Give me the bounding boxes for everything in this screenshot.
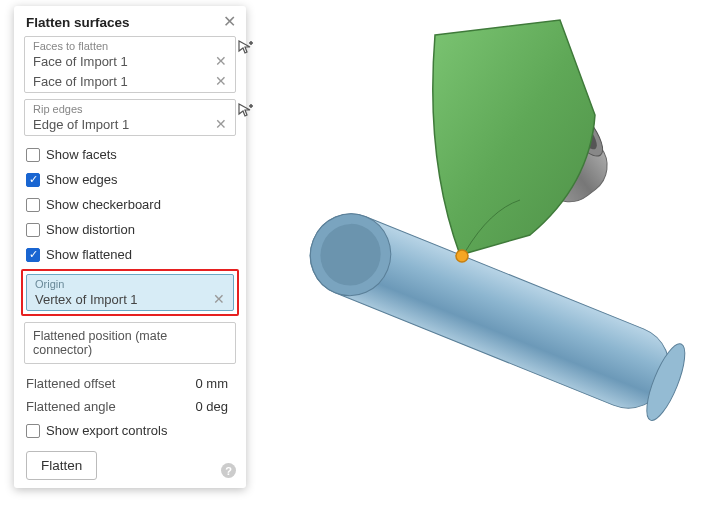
checkbox-label: Show edges [46, 172, 118, 187]
show-distortion-checkbox[interactable]: Show distortion [24, 217, 236, 242]
model-render [260, 0, 704, 531]
offset-label: Flattened offset [26, 376, 115, 391]
remove-origin-icon[interactable]: ✕ [211, 291, 227, 307]
checkbox-icon [26, 424, 40, 438]
rip-item-text: Edge of Import 1 [33, 117, 129, 132]
pick-edges-icon[interactable] [237, 102, 255, 120]
close-icon[interactable]: ✕ [223, 14, 236, 30]
pick-faces-icon[interactable] [237, 39, 255, 57]
origin-field[interactable]: Origin Vertex of Import 1 ✕ [26, 274, 234, 311]
origin-vertex-marker[interactable] [456, 250, 468, 262]
face-item-text: Face of Import 1 [33, 74, 128, 89]
origin-label: Origin [27, 275, 233, 290]
origin-value-row[interactable]: Vertex of Import 1 ✕ [27, 290, 233, 310]
checkbox-label: Show distortion [46, 222, 135, 237]
show-flattened-checkbox[interactable]: ✓ Show flattened [24, 242, 236, 267]
checkbox-icon [26, 223, 40, 237]
panel-header: Flatten surfaces ✕ [14, 6, 246, 36]
checkbox-icon: ✓ [26, 173, 40, 187]
checkbox-icon [26, 148, 40, 162]
checkbox-label: Show export controls [46, 423, 167, 438]
origin-value: Vertex of Import 1 [35, 292, 138, 307]
flattened-angle-row[interactable]: Flattened angle 0 deg [24, 395, 236, 418]
rip-item-0[interactable]: Edge of Import 1 ✕ [25, 115, 235, 135]
face-item-1[interactable]: Face of Import 1 ✕ [25, 72, 235, 92]
face-item-text: Face of Import 1 [33, 54, 128, 69]
angle-label: Flattened angle [26, 399, 116, 414]
checkbox-icon: ✓ [26, 248, 40, 262]
faces-to-flatten-field[interactable]: Faces to flatten Face of Import 1 ✕ Face… [24, 36, 236, 93]
flatten-button[interactable]: Flatten [26, 451, 97, 480]
rip-edges-field[interactable]: Rip edges Edge of Import 1 ✕ [24, 99, 236, 136]
show-edges-checkbox[interactable]: ✓ Show edges [24, 167, 236, 192]
angle-value[interactable]: 0 deg [195, 399, 234, 414]
checkbox-label: Show flattened [46, 247, 132, 262]
faces-label: Faces to flatten [25, 37, 235, 52]
show-facets-checkbox[interactable]: Show facets [24, 142, 236, 167]
flattened-surface [433, 20, 595, 255]
flattened-position-field[interactable]: Flattened position (mate connector) [24, 322, 236, 364]
help-icon[interactable]: ? [221, 463, 236, 478]
rip-label: Rip edges [25, 100, 235, 115]
cad-viewport[interactable] [260, 0, 704, 531]
checkbox-label: Show checkerboard [46, 197, 161, 212]
checkbox-label: Show facets [46, 147, 117, 162]
remove-edge-icon[interactable]: ✕ [213, 116, 229, 132]
remove-face-icon[interactable]: ✕ [213, 73, 229, 89]
flattened-offset-row[interactable]: Flattened offset 0 mm [24, 372, 236, 395]
offset-value[interactable]: 0 mm [196, 376, 235, 391]
flatten-surfaces-panel: Flatten surfaces ✕ Faces to flatten Face… [14, 6, 246, 488]
remove-face-icon[interactable]: ✕ [213, 53, 229, 69]
show-export-controls-checkbox[interactable]: Show export controls [24, 418, 236, 443]
show-checkerboard-checkbox[interactable]: Show checkerboard [24, 192, 236, 217]
checkbox-icon [26, 198, 40, 212]
panel-body: Faces to flatten Face of Import 1 ✕ Face… [14, 36, 246, 480]
face-item-0[interactable]: Face of Import 1 ✕ [25, 52, 235, 72]
panel-title: Flatten surfaces [26, 15, 130, 30]
origin-highlight: Origin Vertex of Import 1 ✕ [21, 269, 239, 316]
